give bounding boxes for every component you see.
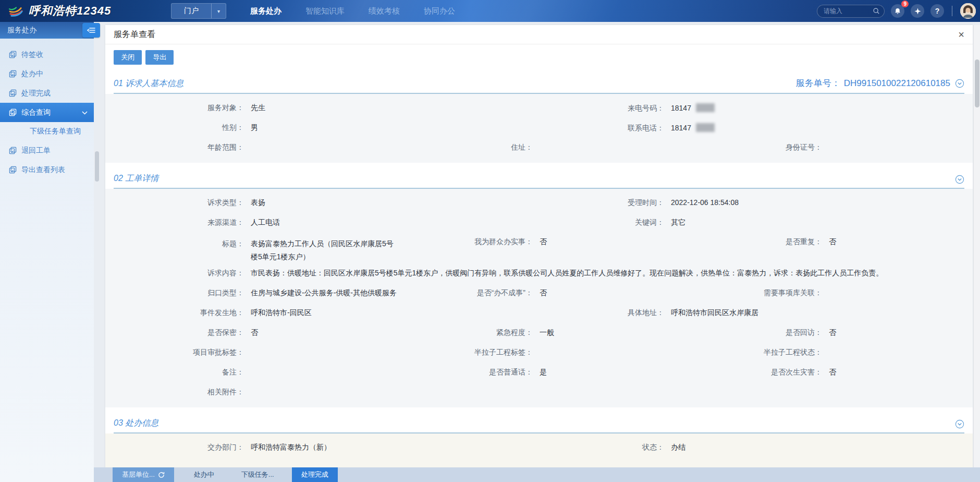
field-urgency: 紧急程度： 一般	[470, 328, 762, 338]
sidebar-subitem-subordinate-task-query[interactable]: 下级任务单查询	[0, 122, 94, 141]
redacted-blur	[696, 103, 715, 112]
sidebar-header: 服务处办	[0, 22, 94, 39]
sidebar-item-comprehensive-query[interactable]: 综合查询	[0, 103, 94, 122]
field-label: 住址：	[470, 143, 533, 152]
field-label: 具体地址：	[470, 308, 664, 318]
section-heading: 02 工单详情	[114, 173, 964, 189]
top-navigation: 服务处办 智能知识库 绩效考核 协同办公	[250, 6, 455, 16]
global-search-box[interactable]	[817, 5, 885, 18]
field-age-range: 年龄范围：	[105, 143, 470, 152]
chevron-down-icon[interactable]: ▾	[211, 4, 226, 18]
task-doc-icon	[9, 89, 17, 97]
field-service-target: 服务对象： 先生	[105, 103, 470, 113]
field-value: 否	[251, 328, 258, 338]
bottom-tab-completed[interactable]: 处理完成	[292, 467, 338, 482]
section-collapse-button[interactable]	[955, 79, 964, 88]
field-value: 呼和浩特市-回民区	[251, 308, 312, 318]
bottom-tab-base-unit[interactable]: 基层单位...	[113, 467, 174, 482]
close-icon[interactable]: ×	[958, 29, 964, 40]
bottom-tab-bar: 基层单位... 处办中 下级任务... 处理完成	[94, 467, 980, 482]
section-title: 01 诉求人基本信息	[114, 78, 183, 89]
field-value: 呼和浩特富泰热力（新）	[251, 443, 331, 452]
field-for-masses: 我为群众办实事： 否	[470, 237, 762, 247]
redacted-blur	[696, 123, 715, 132]
section-collapse-button[interactable]	[955, 419, 964, 429]
sidebar-item-label: 待签收	[21, 50, 43, 59]
field-row: 诉求类型： 表扬 受理时间： 2022-12-06 18:54:08	[105, 193, 973, 213]
nav-item-service-handling[interactable]: 服务处办	[250, 6, 281, 16]
sidebar-item-completed[interactable]: 处理完成	[0, 83, 94, 103]
field-label: 半拉子工程标签：	[470, 348, 533, 357]
field-value: 一般	[540, 328, 554, 338]
sidebar-item-returned-orders[interactable]: 退回工单	[0, 141, 94, 160]
chevron-circle-icon	[955, 175, 964, 184]
field-label: 是否保密：	[105, 328, 244, 338]
section-collapse-button[interactable]	[955, 175, 964, 184]
chevron-circle-icon	[955, 419, 964, 429]
field-label: 我为群众办实事：	[470, 237, 533, 247]
notifications-button[interactable]: 9	[891, 4, 904, 18]
field-label: 归口类型：	[105, 288, 244, 298]
compass-icon	[914, 7, 922, 15]
field-label: 半拉子工程状态：	[762, 348, 822, 357]
refresh-icon[interactable]	[158, 472, 165, 478]
field-row: 服务对象： 先生 来电号码： 18147	[105, 98, 973, 118]
field-category: 归口类型： 住房与城乡建设-公共服务-供暖-其他供暖服务	[105, 288, 470, 298]
sidebar-collapse-button[interactable]	[82, 23, 100, 38]
navigation-compass-button[interactable]	[911, 4, 924, 18]
field-source-channel: 来源渠道： 人工电话	[105, 218, 470, 227]
field-label: 联系电话：	[470, 124, 664, 133]
search-input[interactable]	[824, 7, 873, 15]
field-value: 否	[540, 237, 547, 247]
export-button[interactable]: 导出	[145, 50, 174, 65]
field-value: 否	[540, 288, 547, 298]
sidebar: 服务处办 待签收 处办中 处理完成	[0, 22, 94, 482]
bell-icon	[894, 7, 901, 15]
field-cannot-do: 是否“办不成事”： 否	[470, 288, 762, 298]
order-number-value: DH9915010022120610185	[844, 78, 950, 89]
portal-menu-button[interactable]: 门户 ▾	[171, 3, 226, 19]
field-row: 归口类型： 住房与城乡建设-公共服务-供暖-其他供暖服务 是否“办不成事”： 否…	[105, 283, 973, 303]
section-heading: 01 诉求人基本信息 服务单号： DH9915010022120610185	[114, 77, 964, 94]
field-row: 性别： 男 联系电话： 18147	[105, 118, 973, 138]
vertical-scrollbar[interactable]	[973, 25, 980, 482]
field-assign-dept: 交办部门： 呼和浩特富泰热力（新）	[105, 443, 470, 452]
main-area: 服务单查看 × 关闭 导出 01 诉求人基本信息 服务单号： DH9915010…	[94, 22, 980, 482]
sidebar-item-label: 综合查询	[21, 108, 51, 117]
field-label: 年龄范围：	[105, 143, 244, 152]
field-value: 先生	[251, 103, 265, 113]
sidebar-item-label: 导出查看列表	[21, 165, 65, 175]
sidebar-scrollbar-thumb[interactable]	[95, 151, 99, 182]
close-button[interactable]: 关闭	[114, 50, 142, 65]
scrollbar-thumb[interactable]	[975, 59, 979, 107]
field-revisit: 是否回访： 否	[762, 328, 973, 338]
field-label: 性别：	[105, 123, 244, 132]
sidebar-title: 服务处办	[7, 26, 36, 35]
field-value: 呼和浩特市回民区水岸康居	[671, 308, 758, 318]
field-detail-address: 具体地址： 呼和浩特市回民区水岸康居	[470, 308, 973, 318]
field-label: 服务对象：	[105, 103, 244, 113]
field-mandarin: 是否普通话： 是	[470, 368, 762, 377]
field-title: 标题： 表扬富泰热力工作人员（回民区水岸康居5号楼5单元1楼东户）	[105, 237, 470, 263]
sidebar-item-export-view-list[interactable]: 导出查看列表	[0, 160, 94, 179]
field-is-duplicate: 是否重复： 否	[762, 237, 973, 247]
sidebar-item-in-progress[interactable]: 处办中	[0, 64, 94, 83]
field-secondary-disaster: 是否次生灾害： 否	[762, 368, 973, 377]
nav-item-performance[interactable]: 绩效考核	[369, 6, 400, 16]
user-avatar[interactable]	[960, 3, 976, 19]
bottom-tab-in-progress[interactable]: 处办中	[185, 467, 224, 482]
task-doc-icon	[9, 109, 17, 116]
section-title: 02 工单详情	[114, 173, 158, 184]
sidebar-item-pending-sign[interactable]: 待签收	[0, 45, 94, 64]
field-label: 标题：	[105, 239, 244, 249]
search-icon[interactable]	[873, 7, 880, 15]
help-button[interactable]: ?	[930, 4, 944, 18]
field-label: 状态：	[470, 443, 664, 452]
nav-item-collaboration[interactable]: 协同办公	[424, 6, 455, 16]
nav-item-knowledge-base[interactable]: 智能知识库	[305, 6, 345, 16]
field-label: 是否普通话：	[470, 368, 533, 377]
section-title: 03 处办信息	[114, 418, 158, 429]
field-row: 备注： 是否普通话： 是 是否次生灾害： 否	[105, 363, 973, 382]
field-label: 诉求类型：	[105, 198, 244, 208]
bottom-tab-subordinate-task[interactable]: 下级任务...	[232, 467, 284, 482]
